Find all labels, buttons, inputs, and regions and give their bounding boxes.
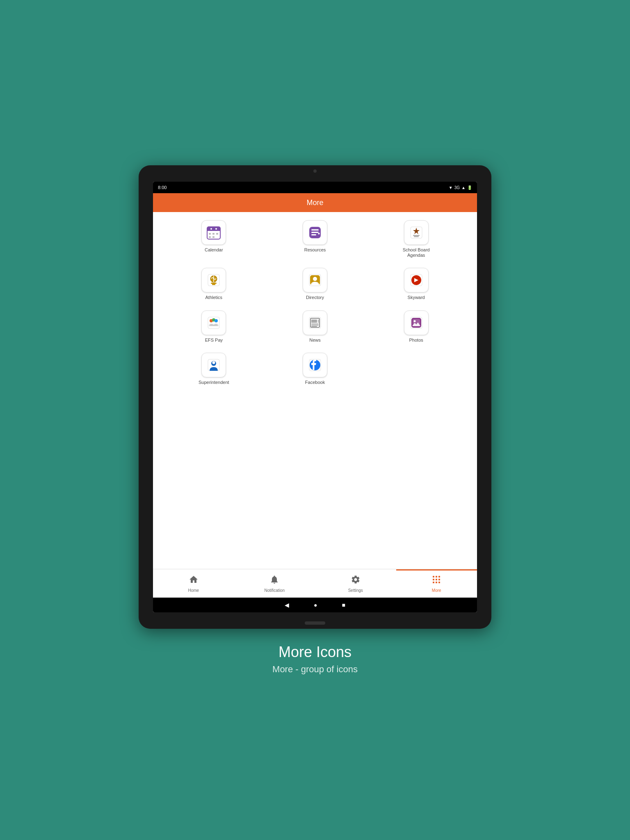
svg-rect-5 xyxy=(209,233,211,235)
skyward-icon-box xyxy=(404,268,429,292)
svg-rect-52 xyxy=(433,579,434,580)
svg-rect-19 xyxy=(414,236,419,237)
svg-rect-18 xyxy=(413,235,420,236)
icon-item-efspay[interactable]: EFS Pay xyxy=(195,310,232,343)
recent-button[interactable]: ■ xyxy=(342,602,345,608)
nav-item-more[interactable]: More xyxy=(396,569,477,598)
photos-icon-box xyxy=(404,310,429,335)
athletics-label: Athletics xyxy=(205,295,223,300)
svg-rect-54 xyxy=(438,579,440,580)
gear-icon xyxy=(351,575,361,587)
superintendent-icon-box xyxy=(201,353,226,377)
news-icon xyxy=(308,315,322,330)
bottom-nav: Home Notification Settings xyxy=(153,569,477,598)
svg-rect-56 xyxy=(436,582,437,583)
facebook-icon-box xyxy=(303,353,327,377)
svg-point-3 xyxy=(210,228,212,230)
home-button[interactable]: ● xyxy=(314,602,317,608)
directory-label: Directory xyxy=(306,295,324,300)
svg-rect-13 xyxy=(311,234,316,235)
svg-rect-7 xyxy=(216,233,218,235)
icon-item-directory[interactable]: Directory xyxy=(297,268,333,300)
athletics-icon-box xyxy=(201,268,226,292)
signal-label: 3G xyxy=(454,185,460,190)
photos-icon xyxy=(409,315,424,330)
icon-item-news[interactable]: News xyxy=(297,310,333,343)
resources-label: Resources xyxy=(304,247,326,253)
icon-item-resources[interactable]: Resources xyxy=(297,220,333,258)
tablet-device: 8:00 ▼ 3G ▲ 🔋 More xyxy=(139,165,491,629)
icon-item-facebook[interactable]: Facebook xyxy=(297,353,333,385)
caption-subtitle: More - group of icons xyxy=(272,664,358,675)
status-time: 8:00 xyxy=(158,185,167,190)
schoolboard-icon xyxy=(409,225,424,240)
svg-rect-53 xyxy=(436,579,437,580)
tablet-home-bar xyxy=(305,621,325,625)
skyward-label: Skyward xyxy=(408,295,425,300)
directory-icon xyxy=(308,273,322,288)
icon-item-photos[interactable]: Photos xyxy=(398,310,435,343)
nav-label-notification: Notification xyxy=(265,588,285,593)
photos-label: Photos xyxy=(409,338,423,343)
svg-rect-9 xyxy=(212,236,215,238)
schoolboard-icon-box xyxy=(404,220,429,245)
svg-rect-2 xyxy=(207,230,220,231)
caption-area: More Icons More - group of icons xyxy=(272,644,358,675)
bell-icon xyxy=(269,575,279,587)
svg-point-26 xyxy=(313,277,317,281)
svg-rect-57 xyxy=(438,582,440,583)
svg-rect-8 xyxy=(209,236,211,238)
schoolboard-label: School BoardAgendas xyxy=(403,247,430,258)
icon-item-superintendent[interactable]: Superintendent xyxy=(195,353,232,385)
efspay-icon xyxy=(206,315,221,330)
athletics-icon xyxy=(206,273,221,288)
svg-rect-39 xyxy=(318,320,319,323)
icon-item-athletics[interactable]: Athletics xyxy=(195,268,232,300)
svg-rect-11 xyxy=(311,229,319,231)
grid-icon xyxy=(431,575,441,587)
icons-grid: Calendar Resources xyxy=(165,220,465,385)
nav-item-settings[interactable]: Settings xyxy=(315,569,396,598)
calendar-label: Calendar xyxy=(205,247,223,253)
svg-point-32 xyxy=(215,319,218,322)
tablet-camera xyxy=(313,169,317,173)
app-content: Calendar Resources xyxy=(153,212,477,569)
svg-rect-38 xyxy=(311,326,317,327)
superintendent-icon xyxy=(206,358,221,372)
back-button[interactable]: ◀ xyxy=(285,602,289,608)
svg-point-46 xyxy=(212,361,215,364)
svg-rect-55 xyxy=(433,582,434,583)
svg-point-43 xyxy=(413,320,415,322)
nav-label-home: Home xyxy=(188,588,199,593)
news-icon-box xyxy=(303,310,327,335)
caption-title: More Icons xyxy=(272,644,358,661)
battery-icon: 🔋 xyxy=(467,185,472,190)
icon-item-calendar[interactable]: Calendar xyxy=(195,220,232,258)
svg-rect-22 xyxy=(211,283,217,284)
wifi-icon: ▼ xyxy=(449,185,453,190)
nav-item-home[interactable]: Home xyxy=(153,569,234,598)
svg-rect-6 xyxy=(212,233,215,235)
calendar-icon xyxy=(206,225,221,240)
system-nav-bar: ◀ ● ■ xyxy=(153,598,477,612)
home-icon xyxy=(189,575,199,587)
svg-rect-49 xyxy=(433,576,434,578)
tablet-screen: 8:00 ▼ 3G ▲ 🔋 More xyxy=(153,182,477,612)
svg-rect-50 xyxy=(436,576,437,578)
icon-item-schoolboard[interactable]: School BoardAgendas xyxy=(398,220,435,258)
svg-rect-12 xyxy=(311,232,319,233)
resources-icon-box xyxy=(303,220,327,245)
nav-label-more: More xyxy=(432,588,441,593)
directory-icon-box xyxy=(303,268,327,292)
efspay-label: EFS Pay xyxy=(205,338,223,343)
facebook-label: Facebook xyxy=(305,380,325,385)
status-bar: 8:00 ▼ 3G ▲ 🔋 xyxy=(153,182,477,193)
svg-point-4 xyxy=(215,228,217,230)
facebook-icon xyxy=(308,358,322,372)
app-header-title: More xyxy=(306,199,323,207)
svg-rect-15 xyxy=(318,233,320,235)
icon-item-skyward[interactable]: Skyward xyxy=(398,268,435,300)
svg-rect-23 xyxy=(212,284,215,285)
nav-item-notification[interactable]: Notification xyxy=(234,569,315,598)
svg-rect-51 xyxy=(438,576,440,578)
